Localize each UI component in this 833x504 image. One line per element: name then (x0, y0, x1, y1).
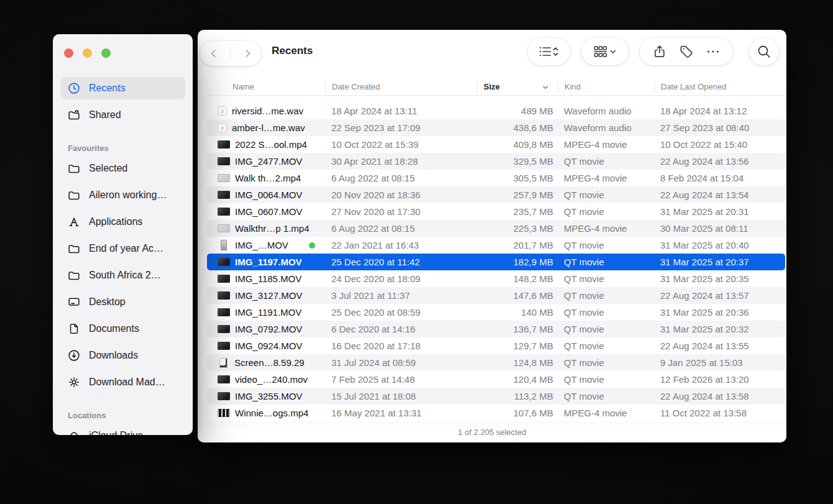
sidebar-item-south-africa-2[interactable]: South Africa 2… (60, 264, 185, 286)
folder-icon (67, 188, 81, 203)
table-row[interactable]: Walkthr…p 1.mp46 Aug 2022 at 08:15225,3 … (207, 220, 785, 237)
table-row[interactable]: IMG_1191.MOV25 Dec 2020 at 08:59140 MBQT… (207, 304, 785, 321)
table-row[interactable]: IMG_0792.MOV6 Dec 2020 at 14:16136,7 MBQ… (207, 321, 785, 337)
sidebar-section-header-locations: Locations (68, 411, 178, 420)
column-header-size[interactable]: Size (477, 81, 558, 93)
table-row[interactable]: IMG_1185.MOV24 Dec 2020 at 18:09148,2 MB… (207, 270, 785, 287)
table-row[interactable]: Winnie…ogs.mp416 May 2021 at 13:31107,6 … (207, 405, 785, 421)
file-size: 201,7 MB (477, 240, 558, 250)
table-row[interactable]: IMG_1197.MOV25 Dec 2020 at 11:42182,9 MB… (207, 254, 785, 270)
view-list-button[interactable] (528, 38, 570, 65)
column-header-name[interactable]: Name (207, 81, 325, 93)
file-kind: QT movie (558, 341, 654, 351)
sidebar-item-selected[interactable]: Selected (60, 157, 185, 180)
date-last-opened: 12 Feb 2026 at 13:20 (654, 374, 786, 385)
folder-icon (67, 161, 81, 176)
file-thumbnail-video-reel (218, 409, 230, 417)
file-kind: QT movie (558, 190, 654, 200)
table-row[interactable]: ♪riversid…me.wav18 Apr 2024 at 13:11489 … (207, 103, 785, 119)
table-row[interactable]: 2022 S…ool.mp410 Oct 2022 at 15:39409,8 … (207, 136, 785, 153)
forward-button[interactable] (237, 43, 258, 64)
table-row[interactable]: IMG_0607.MOV27 Nov 2020 at 17:30235,7 MB… (207, 203, 785, 220)
table-row[interactable]: ♪amber-l…me.wav22 Sep 2023 at 17:09438,6… (207, 119, 785, 136)
date-last-opened: 27 Sep 2023 at 08:40 (654, 122, 786, 133)
actions-pill (640, 38, 733, 65)
date-last-opened: 22 Aug 2024 at 13:55 (654, 341, 786, 351)
column-header-kind[interactable]: Kind (558, 81, 654, 93)
file-size: 235,7 MB (477, 206, 558, 217)
date-created: 31 Jul 2024 at 08:59 (325, 357, 477, 368)
zoom-button[interactable] (101, 48, 111, 58)
file-name: IMG_0792.MOV (235, 324, 302, 334)
green-status-dot (309, 242, 315, 249)
sidebar-item-icloud-drive[interactable]: iCloud Drive (60, 424, 185, 435)
table-row[interactable]: IMG_0924.MOV16 Dec 2020 at 17:18129,7 MB… (207, 337, 785, 354)
column-header-date-last-opened[interactable]: Date Last Opened (654, 81, 786, 93)
sidebar-item-documents[interactable]: Documents (60, 318, 185, 340)
table-row[interactable]: IMG_3255.MOV15 Jul 2021 at 18:08113,2 MB… (207, 388, 785, 405)
date-last-opened: 22 Aug 2024 at 13:54 (654, 190, 786, 200)
file-kind: QT movie (558, 273, 654, 284)
file-size: 305,5 MB (477, 173, 558, 183)
file-name: Walk th…2.mp4 (235, 173, 301, 183)
file-thumbnail-video-dark (218, 342, 230, 350)
table-row[interactable]: IMG_0064.MOV20 Nov 2020 at 18:36257,9 MB… (207, 186, 785, 203)
sidebar-item-end-of-year-ac[interactable]: End of year Ac… (60, 237, 185, 260)
sidebar-item-applications[interactable]: Applications (60, 211, 185, 233)
folder-icon (67, 241, 81, 256)
more-button[interactable] (706, 44, 720, 59)
file-thumbnail-video-dark (218, 275, 230, 283)
group-view-icon (592, 44, 617, 60)
sidebar-item-label: Desktop (89, 296, 126, 308)
table-row[interactable]: IMG_3127.MOV3 Jul 2021 at 11:37147,6 MBQ… (207, 287, 785, 304)
table-row[interactable]: IMG_2477.MOV30 Apr 2021 at 18:28329,5 MB… (207, 153, 785, 170)
file-size: 147,6 MB (477, 290, 558, 301)
close-button[interactable] (64, 48, 73, 58)
sidebar-item-recents[interactable]: Recents (60, 77, 185, 99)
file-thumbnail-video-dark (218, 325, 230, 333)
toolbar: Recents (198, 30, 786, 73)
sidebar-item-download-mad[interactable]: Download Mad… (60, 371, 185, 393)
sidebar-item-label: iCloud Drive (89, 430, 143, 435)
group-by-button[interactable] (581, 38, 628, 65)
date-created: 6 Aug 2022 at 08:15 (325, 223, 477, 234)
file-size: 113,2 MB (477, 391, 558, 401)
column-header-label: Date Last Opened (661, 82, 727, 91)
search-button[interactable] (749, 38, 779, 65)
date-last-opened: 10 Oct 2022 at 15:40 (654, 139, 786, 150)
sidebar-item-aileron-working[interactable]: Aileron working… (60, 184, 185, 206)
date-created: 6 Dec 2020 at 14:16 (325, 324, 477, 334)
file-name-cell: Walkthr…p 1.mp4 (207, 223, 325, 234)
sidebar-item-downloads[interactable]: Downloads (60, 344, 185, 367)
file-size: 438,6 MB (477, 122, 558, 133)
table-row[interactable]: Screen…8.59.2931 Jul 2024 at 08:59124,8 … (207, 354, 785, 371)
table-row[interactable]: IMG_…MOV22 Jan 2021 at 16:43201,7 MBQT m… (207, 237, 785, 254)
file-kind: QT movie (558, 391, 654, 401)
file-size: 107,6 MB (477, 408, 558, 418)
file-list: ♪riversid…me.wav18 Apr 2024 at 13:11489 … (207, 103, 785, 421)
minimize-button[interactable] (83, 48, 92, 58)
navigation-pill (200, 41, 261, 66)
table-row[interactable]: Walk th…2.mp46 Aug 2022 at 08:15305,5 MB… (207, 170, 785, 186)
file-size: 120,4 MB (477, 374, 558, 385)
toolbar-buttons (528, 38, 779, 65)
file-name-cell: IMG_…MOV (207, 240, 325, 250)
tag-button[interactable] (679, 44, 694, 59)
column-header-date-created[interactable]: Date Created (325, 81, 477, 93)
sidebar-item-label: South Africa 2… (89, 270, 161, 281)
sidebar-item-desktop[interactable]: Desktop (60, 291, 185, 313)
file-thumbnail-video-light (218, 174, 230, 182)
file-size: 409,8 MB (477, 139, 558, 150)
file-kind: Waveform audio (558, 122, 654, 133)
file-name-cell: IMG_1191.MOV (207, 307, 325, 318)
date-created: 22 Jan 2021 at 16:43 (325, 240, 477, 250)
table-row[interactable]: video_…240.mov7 Feb 2025 at 14:48120,4 M… (207, 371, 785, 388)
file-name-cell: IMG_1185.MOV (207, 273, 325, 284)
share-button[interactable] (652, 44, 667, 59)
file-kind: MPEG-4 movie (558, 173, 654, 183)
file-name-cell: IMG_3127.MOV (207, 290, 325, 301)
folder-icon (67, 268, 81, 283)
file-name-cell: ♪amber-l…me.wav (207, 122, 325, 133)
back-button[interactable] (203, 43, 224, 64)
sidebar-item-shared[interactable]: Shared (60, 104, 185, 126)
